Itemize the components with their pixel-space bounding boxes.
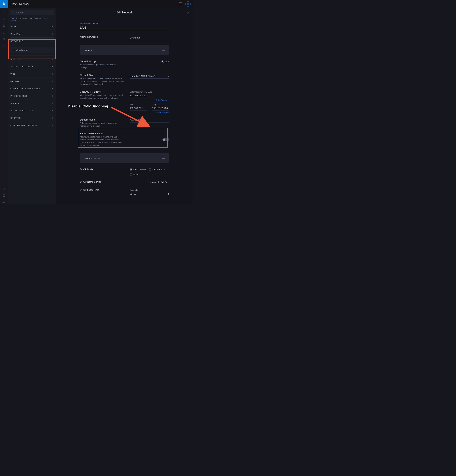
svg-rect-7 — [3, 181, 5, 183]
sidebar-item-wifi[interactable]: WI-FI+ — [10, 23, 54, 30]
domain-name-label: Domain Name — [80, 118, 124, 121]
brand-network: Network — [19, 2, 29, 5]
dhcp-start-label: Start — [130, 103, 147, 105]
igmp-toggle[interactable] — [162, 138, 169, 141]
svg-point-3 — [4, 32, 4, 33]
radio-icon — [161, 181, 164, 183]
stepper-icon[interactable]: ⧗ — [168, 193, 169, 195]
sidebar-item-network-settings[interactable]: NETWORK SETTINGS+ — [10, 107, 54, 114]
devices-icon[interactable] — [2, 38, 6, 41]
search-icon — [11, 11, 14, 14]
classic-mode-hint: Can't find what you need? Switch to Clas… — [10, 17, 54, 23]
gateway-input[interactable] — [130, 94, 169, 98]
svg-point-10 — [12, 12, 13, 13]
svg-point-1 — [4, 25, 4, 26]
dhcp-mode-label: DHCP Mode — [80, 168, 124, 171]
page-title: Edit Network — [116, 11, 133, 14]
section-dhcp-controls[interactable]: DHCP Controls — — [80, 153, 169, 163]
network-purpose-label: Network Purpose — [80, 35, 124, 38]
gateway-placeholder-label: Enter Gateway IP / Subnet — [130, 91, 169, 93]
network-size-label: Network Size — [80, 74, 124, 76]
globe-icon[interactable] — [2, 44, 6, 48]
nav-rail — [0, 8, 8, 204]
sidebar-item-preferences[interactable]: PREFERENCES+ — [10, 92, 54, 100]
svg-point-2 — [3, 32, 5, 34]
sidebar-item-alerts[interactable]: ALERTS+ — [10, 100, 54, 107]
map-icon[interactable] — [2, 24, 6, 28]
sidebar-item-vpn[interactable]: VPN+ — [10, 70, 54, 78]
auto-configure-button[interactable]: Auto-Configure — [130, 111, 169, 114]
dhcp-ns-manual-radio[interactable]: Manual — [148, 181, 159, 183]
search-box[interactable] — [10, 10, 54, 15]
network-size-desc: What is the largest number of users this… — [80, 77, 124, 86]
network-group-lan-radio[interactable]: LAN — [161, 60, 169, 63]
user-avatar[interactable] — [185, 1, 191, 7]
sidebar-item-updates[interactable]: UPDATES+ — [10, 114, 54, 122]
section-general[interactable]: General — — [80, 45, 169, 55]
radio-icon — [149, 168, 151, 171]
igmp-desc: Allow switches to monitor IGMP traffic a… — [80, 136, 124, 147]
main-panel: Edit Network Enter network name Network … — [56, 8, 193, 204]
network-size-select[interactable]: Large LAN (4093 Clients) ⌄ — [130, 74, 169, 79]
close-icon — [186, 11, 190, 14]
dhcp-stop-label: Stop — [152, 103, 169, 105]
settings-sidebar: Can't find what you need? Switch to Clas… — [8, 8, 56, 204]
auto-generate-button[interactable]: Auto-Generate — [130, 99, 169, 101]
apps-icon[interactable] — [179, 2, 182, 5]
brand-unifi: UniFi — [12, 2, 18, 5]
dhcp-ns-auto-radio[interactable]: Auto — [161, 181, 169, 183]
logo: U — [0, 0, 8, 8]
network-group-label: Network Group — [80, 60, 124, 63]
network-name-label: Enter network name — [80, 22, 169, 24]
sidebar-item-config-profiles[interactable]: CONFIGURATION PROFILES+ — [10, 85, 54, 92]
dhcp-name-server-label: DHCP Name Server — [80, 180, 124, 183]
radio-icon — [161, 60, 164, 63]
dhcp-stop-value[interactable]: 192.168.31.254 — [152, 107, 169, 110]
bell-icon[interactable] — [2, 187, 6, 191]
radio-icon — [130, 168, 132, 171]
shield-icon[interactable] — [2, 51, 6, 55]
gateway-label: Gateway IP / Subnet — [80, 90, 124, 93]
sidebar-item-internet-security[interactable]: INTERNET SECURITY+ — [10, 63, 54, 70]
radio-icon — [130, 173, 132, 176]
dhcp-lease-label: DHCP Lease Time — [80, 188, 124, 191]
stats-icon[interactable] — [2, 17, 6, 21]
gateway-desc: What is the IP address of your gateway a… — [80, 94, 124, 100]
settings-icon[interactable] — [2, 201, 6, 204]
dhcp-server-radio[interactable]: DHCP Server — [130, 168, 146, 171]
dashboard-icon[interactable] — [2, 10, 6, 14]
top-bar: U UniFi Network — [0, 0, 193, 8]
domain-name-desc: A domain name can be used to access your… — [80, 122, 124, 128]
target-icon[interactable] — [2, 31, 6, 34]
calendar-icon[interactable] — [2, 180, 6, 184]
dhcp-none-radio[interactable]: None — [130, 173, 139, 176]
sidebar-item-internet[interactable]: INTERNET+ — [10, 30, 54, 38]
sidebar-item-networks[interactable]: NETWORKS— — [10, 38, 54, 45]
sidebar-subitem-local-networks[interactable]: Local Networks — [10, 47, 53, 53]
igmp-label: Enable IGMP Snooping — [80, 132, 124, 135]
sidebar-item-gateway[interactable]: GATEWAY+ — [10, 78, 54, 85]
domain-name-input[interactable] — [130, 119, 169, 123]
sidebar-item-hotspot[interactable]: HOTSPOT+ — [10, 56, 54, 63]
svg-point-9 — [4, 202, 4, 203]
brand: UniFi Network — [12, 2, 29, 5]
radio-icon — [148, 181, 150, 183]
close-button[interactable] — [186, 11, 190, 14]
network-name-input[interactable] — [80, 26, 169, 31]
dhcp-start-value[interactable]: 192.168.20.1 — [130, 107, 147, 110]
network-purpose-select[interactable]: Corporate — [130, 36, 169, 40]
dhcp-lease-input[interactable]: 86400 ⧗ — [130, 192, 169, 196]
dhcp-lease-unit: Seconds — [130, 189, 169, 191]
search-input[interactable] — [15, 11, 52, 14]
help-icon[interactable] — [2, 194, 6, 197]
sidebar-item-controller-settings[interactable]: CONTROLLER SETTINGS+ — [10, 122, 54, 129]
dhcp-relay-radio[interactable]: DHCP Relay — [149, 168, 165, 171]
main-header: Edit Network — [56, 8, 193, 17]
chevron-down-icon: ⌄ — [168, 75, 169, 77]
network-group-desc: To which network group does this network… — [80, 63, 124, 69]
